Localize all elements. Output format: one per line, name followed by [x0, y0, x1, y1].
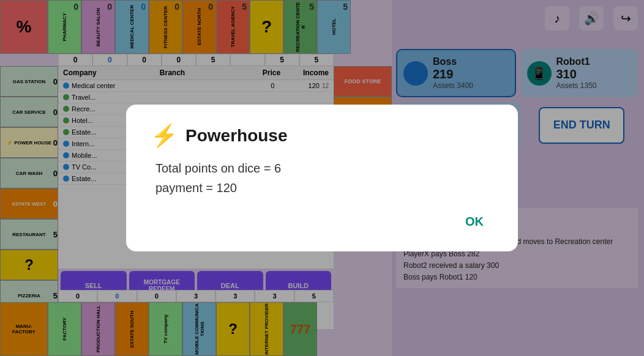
- dialog-body: Total points on dice = 6 payment = 120: [151, 158, 493, 198]
- dialog-title: Powerhouse: [185, 126, 287, 146]
- dialog-line-1: Total points on dice = 6: [155, 158, 493, 178]
- dialog-footer: OK: [151, 212, 493, 231]
- dialog-title-row: ⚡ Powerhouse: [151, 123, 493, 149]
- ok-button[interactable]: OK: [455, 212, 493, 231]
- lightning-icon: ⚡: [151, 123, 178, 149]
- dialog-line-2: payment = 120: [155, 178, 493, 198]
- powerhouse-dialog: ⚡ Powerhouse Total points on dice = 6 pa…: [126, 105, 518, 251]
